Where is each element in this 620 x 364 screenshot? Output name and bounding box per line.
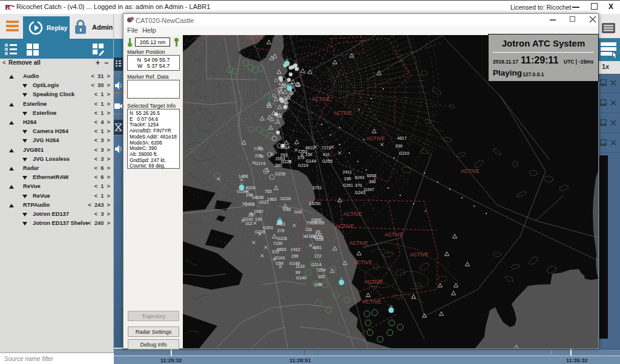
svg-text:102: 102 [318, 275, 325, 279]
svg-text:380: 380 [275, 163, 282, 167]
svg-text:G45: G45 [283, 207, 291, 212]
svg-text:159: 159 [291, 254, 298, 258]
svg-text:G251: G251 [343, 183, 353, 187]
svg-text:312: 312 [245, 221, 252, 226]
svg-text:G228: G228 [275, 172, 285, 176]
svg-text:5456: 5456 [245, 202, 255, 206]
svg-text:G174: G174 [255, 161, 265, 166]
svg-text:G226: G226 [277, 236, 287, 241]
svg-text:G219: G219 [298, 163, 308, 167]
svg-text:239: 239 [255, 154, 262, 158]
svg-text:9055: 9055 [315, 221, 325, 225]
svg-text:ACTIVE: ACTIVE [312, 96, 331, 102]
svg-text:ACTIVE: ACTIVE [349, 240, 368, 246]
svg-text:G140: G140 [296, 276, 306, 280]
svg-text:131: 131 [305, 227, 312, 232]
svg-text:2053: 2053 [275, 157, 285, 161]
svg-text:159: 159 [305, 152, 312, 157]
svg-text:7254: 7254 [316, 268, 326, 272]
svg-text:4461: 4461 [276, 222, 286, 226]
svg-text:7745: 7745 [254, 147, 263, 151]
svg-text:370: 370 [272, 250, 279, 254]
svg-text:1963: 1963 [267, 197, 277, 201]
svg-text:ACTIVE: ACTIVE [335, 223, 354, 229]
svg-text:753: 753 [265, 189, 272, 193]
svg-text:287: 287 [248, 213, 256, 217]
svg-text:6206: 6206 [367, 174, 377, 178]
svg-text:99: 99 [295, 270, 300, 275]
svg-text:195: 195 [344, 177, 351, 181]
svg-text:1466: 1466 [239, 174, 248, 178]
svg-text:8175: 8175 [314, 235, 323, 239]
svg-text:G247: G247 [364, 187, 374, 192]
svg-text:ACTIVE: ACTIVE [366, 135, 385, 141]
svg-text:6316: 6316 [246, 186, 256, 190]
svg-text:4651: 4651 [312, 245, 322, 250]
svg-text:ACTIVE: ACTIVE [364, 279, 383, 285]
svg-text:G143: G143 [274, 256, 285, 260]
svg-text:13252: 13252 [309, 201, 321, 206]
svg-text:G59: G59 [275, 261, 283, 265]
svg-text:14638: 14638 [252, 195, 264, 200]
svg-text:G201: G201 [263, 226, 273, 230]
svg-text:299: 299 [395, 144, 403, 148]
svg-text:G242: G242 [243, 217, 253, 221]
svg-text:172: 172 [314, 254, 322, 258]
svg-text:ACTIVE: ACTIVE [461, 168, 480, 174]
svg-text:3751: 3751 [312, 186, 322, 190]
svg-text:G98: G98 [314, 282, 322, 287]
svg-text:3514: 3514 [280, 145, 290, 149]
svg-text:G255: G255 [322, 159, 332, 163]
svg-text:G210: G210 [399, 151, 409, 155]
svg-text:G243: G243 [355, 190, 365, 195]
svg-text:370: 370 [355, 183, 362, 187]
svg-text:G144: G144 [306, 159, 316, 163]
svg-text:G114: G114 [311, 262, 322, 267]
svg-text:ACTIVE: ACTIVE [343, 211, 362, 217]
svg-text:G226: G226 [280, 197, 291, 201]
svg-text:6243: 6243 [355, 175, 364, 180]
svg-text:2411: 2411 [343, 170, 352, 174]
svg-text:1942: 1942 [254, 209, 263, 213]
svg-text:ACTIVE: ACTIVE [363, 299, 381, 305]
svg-text:G228: G228 [255, 230, 265, 234]
svg-text:ACTIVE: ACTIVE [354, 259, 372, 265]
svg-text:190: 190 [255, 217, 262, 221]
svg-text:1412: 1412 [291, 247, 300, 252]
svg-text:279: 279 [277, 229, 285, 233]
svg-text:390: 390 [369, 180, 376, 184]
svg-text:G42: G42 [294, 210, 302, 214]
svg-text:1120: 1120 [295, 264, 305, 268]
svg-text:4617: 4617 [397, 136, 407, 140]
svg-text:ACTIVE: ACTIVE [334, 110, 352, 116]
svg-text:410: 410 [323, 152, 330, 157]
svg-text:7273: 7273 [322, 146, 331, 150]
svg-text:379: 379 [297, 155, 305, 160]
svg-text:7230: 7230 [273, 241, 283, 245]
svg-text:ACTIVE: ACTIVE [245, 35, 264, 41]
svg-text:ACTIVE: ACTIVE [384, 232, 403, 238]
